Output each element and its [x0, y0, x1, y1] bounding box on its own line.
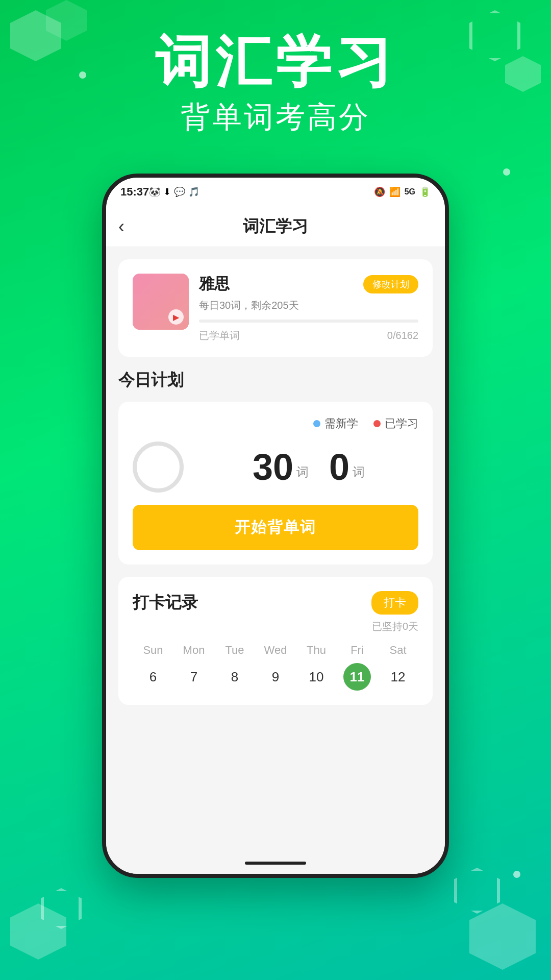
calendar-week: Sun6Mon7Tue8Wed9Thu10Fri11Sat12 — [133, 644, 418, 691]
course-top: IELTS 词汇真经 ▶ 雅思 修改计划 每日30词，剩余205天 — [133, 274, 418, 342]
checkin-title: 打卡记录 — [133, 592, 198, 614]
calendar-day: Fri11 — [343, 644, 371, 691]
plan-stats: 30 词 0 词 — [133, 442, 418, 493]
checkin-section: 打卡记录 打卡 已坚持0天 Sun6Mon7Tue8Wed9Thu10Fri11… — [118, 577, 433, 705]
course-arrow-icon: ▶ — [168, 309, 184, 325]
progress-row: 已学单词 0/6162 — [199, 329, 418, 342]
status-left-icons: 🐼 ⬇ 💬 🎵 — [149, 186, 199, 198]
plan-legend: 需新学 已学习 — [133, 416, 418, 431]
learned-words-unit: 词 — [353, 464, 365, 485]
header-section: 词汇学习 背单词考高分 — [0, 31, 551, 137]
legend-learned-dot — [373, 420, 381, 427]
calendar-day: Tue8 — [221, 644, 248, 691]
battery-icon: 🔋 — [419, 186, 431, 198]
learned-words-count: 0 — [329, 449, 349, 485]
plan-card: 需新学 已学习 30 词 0 词 — [118, 402, 433, 565]
sub-title: 背单词考高分 — [0, 97, 551, 137]
checkin-button[interactable]: 打卡 — [371, 591, 418, 615]
calendar-day: Sun6 — [139, 644, 167, 691]
plan-numbers: 30 词 0 词 — [199, 449, 418, 485]
legend-new-dot — [313, 420, 320, 427]
phone-mockup: 15:37 🐼 ⬇ 💬 🎵 🔕 📶 5G 🔋 ‹ 词汇学习 — [102, 174, 449, 878]
day-name: Fri — [350, 644, 364, 657]
plan-circle — [133, 442, 184, 493]
progress-bar — [199, 320, 418, 323]
signal-icon: 5G — [405, 187, 415, 197]
chat-icon: 💬 — [174, 186, 185, 198]
app-content: IELTS 词汇真经 ▶ 雅思 修改计划 每日30词，剩余205天 — [106, 247, 445, 874]
music-icon: 🎵 — [188, 186, 199, 198]
legend-learned: 已学习 — [373, 416, 418, 431]
day-name: Tue — [225, 644, 244, 657]
new-words-count: 30 — [253, 449, 293, 485]
app-header: ‹ 词汇学习 — [106, 206, 445, 247]
course-top-row: 雅思 修改计划 — [199, 274, 418, 295]
back-button[interactable]: ‹ — [118, 216, 124, 237]
calendar-day: Sat12 — [384, 644, 412, 691]
day-number: 11 — [343, 663, 371, 691]
day-number: 6 — [139, 663, 167, 691]
day-number: 9 — [262, 663, 289, 691]
day-number: 7 — [180, 663, 208, 691]
wifi-icon: 📶 — [389, 186, 400, 198]
day-name: Sat — [389, 644, 406, 657]
day-number: 10 — [303, 663, 330, 691]
day-name: Wed — [264, 644, 287, 657]
course-cover: IELTS 词汇真经 ▶ — [133, 274, 189, 330]
app-title: 词汇学习 — [243, 215, 308, 238]
streak-text: 已坚持0天 — [133, 620, 418, 633]
learned-words-block: 0 词 — [329, 449, 365, 485]
status-time: 15:37 — [120, 185, 149, 199]
new-words-block: 30 词 — [253, 449, 309, 485]
calendar-day: Mon7 — [180, 644, 208, 691]
camera-icon: 🐼 — [149, 186, 160, 198]
start-study-button[interactable]: 开始背单词 — [133, 505, 418, 550]
course-desc: 每日30词，剩余205天 — [199, 299, 418, 312]
course-card: IELTS 词汇真经 ▶ 雅思 修改计划 每日30词，剩余205天 — [118, 259, 433, 357]
today-plan-title: 今日计划 — [118, 369, 433, 391]
calendar-day: Wed9 — [262, 644, 289, 691]
main-title: 词汇学习 — [0, 31, 551, 92]
status-bar: 15:37 🐼 ⬇ 💬 🎵 🔕 📶 5G 🔋 — [106, 178, 445, 206]
day-name: Thu — [307, 644, 326, 657]
course-info: 雅思 修改计划 每日30词，剩余205天 已学单词 0/6162 — [199, 274, 418, 342]
legend-new: 需新学 — [313, 416, 358, 431]
day-number: 8 — [221, 663, 248, 691]
day-name: Mon — [183, 644, 205, 657]
progress-label: 已学单词 — [199, 329, 240, 342]
download-icon: ⬇ — [163, 186, 171, 198]
course-name: 雅思 — [199, 274, 230, 295]
status-icons: 🔕 📶 5G 🔋 — [374, 186, 431, 198]
calendar-day: Thu10 — [303, 644, 330, 691]
modify-plan-button[interactable]: 修改计划 — [363, 275, 418, 293]
day-name: Sun — [143, 644, 163, 657]
day-number: 12 — [384, 663, 412, 691]
checkin-header: 打卡记录 打卡 — [133, 591, 418, 615]
mute-icon: 🔕 — [374, 186, 385, 198]
bottom-nav-indicator — [245, 862, 306, 865]
progress-value: 0/6162 — [387, 330, 418, 341]
new-words-unit: 词 — [296, 464, 309, 485]
